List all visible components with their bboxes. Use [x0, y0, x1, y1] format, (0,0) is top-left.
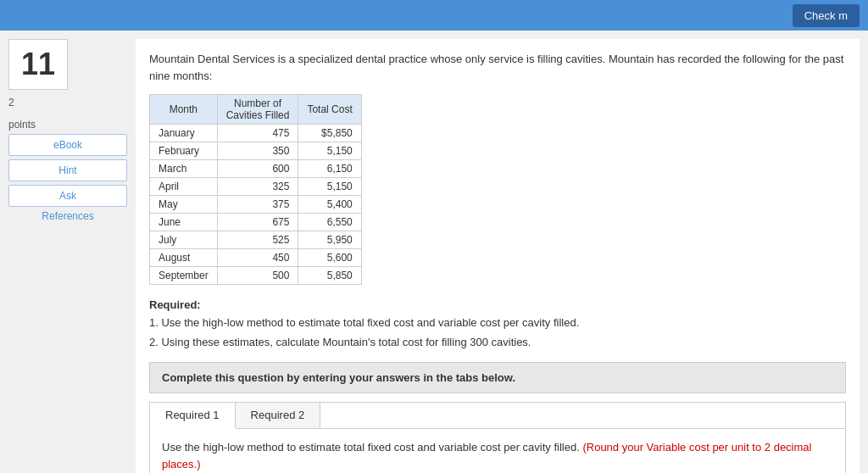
ebook-button[interactable]: eBook: [8, 134, 127, 156]
col-month: Month: [150, 95, 218, 125]
question-number-box: 11: [8, 39, 68, 90]
ask-button[interactable]: Ask: [8, 185, 127, 207]
hint-button[interactable]: Hint: [8, 159, 127, 181]
question-number: 11: [21, 47, 55, 82]
complete-box: Complete this question by entering your …: [149, 362, 846, 393]
top-bar: Check m: [0, 0, 868, 31]
check-button[interactable]: Check m: [793, 4, 860, 27]
table-row: April3255,150: [150, 178, 362, 196]
tabs-header: Required 1 Required 2: [150, 403, 845, 429]
required-item-2: 2. Using these estimates, calculate Moun…: [149, 334, 846, 351]
table-row: January475$5,850: [150, 125, 362, 142]
table-row: August4505,600: [150, 249, 362, 267]
table-row: September5005,850: [150, 267, 362, 285]
references-link[interactable]: References: [8, 210, 127, 222]
col-cavities: Number ofCavities Filled: [217, 95, 298, 125]
points-display: 2: [8, 97, 127, 109]
table-row: May3755,400: [150, 196, 362, 214]
required-section: Required: 1. Use the high-low method to …: [149, 298, 846, 350]
question-text: Mountain Dental Services is a specialize…: [149, 51, 846, 84]
table-row: June6756,550: [150, 214, 362, 231]
table-row: March6006,150: [150, 160, 362, 178]
required-title: Required:: [149, 298, 846, 311]
complete-box-text: Complete this question by entering your …: [162, 371, 515, 384]
col-cost: Total Cost: [298, 95, 361, 125]
table-row: February3505,150: [150, 142, 362, 160]
table-row: July5255,950: [150, 231, 362, 249]
tab-required-2[interactable]: Required 2: [236, 403, 321, 428]
required-item-1: 1. Use the high-low method to estimate t…: [149, 314, 846, 331]
data-table: Month Number ofCavities Filled Total Cos…: [149, 94, 362, 285]
tab-instruction-text: Use the high-low method to estimate tota…: [162, 441, 580, 454]
tab-instruction: Use the high-low method to estimate tota…: [162, 439, 833, 472]
tabs-container: Required 1 Required 2 Use the high-low m…: [149, 402, 846, 473]
right-panel: Mountain Dental Services is a specialize…: [136, 39, 860, 473]
tab-required-1[interactable]: Required 1: [150, 403, 236, 429]
main-container: 11 2 points eBook Hint Ask References Mo…: [0, 31, 868, 473]
points-label: points: [8, 119, 127, 131]
left-panel: 11 2 points eBook Hint Ask References: [8, 39, 127, 473]
points-number: 2: [8, 97, 14, 109]
tab-content-required-1: Use the high-low method to estimate tota…: [150, 429, 845, 473]
